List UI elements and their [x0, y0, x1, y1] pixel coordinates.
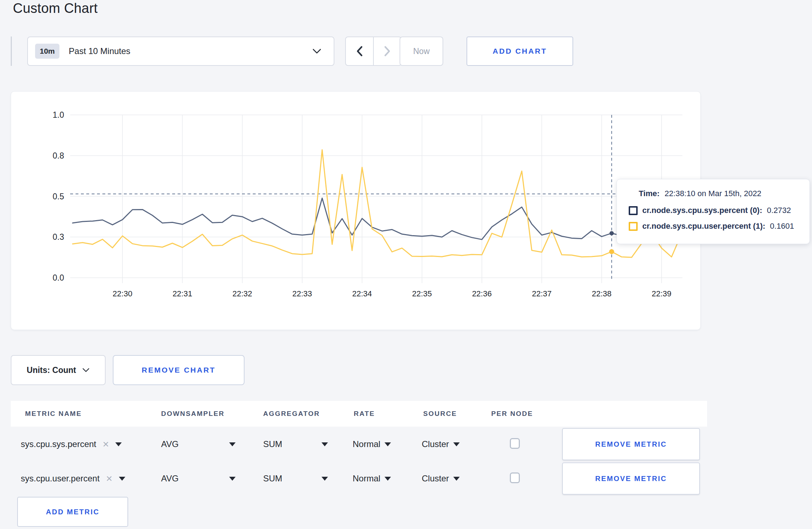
page-title: Custom Chart — [13, 1, 98, 16]
tooltip-series-row: cr.node.sys.cpu.user.percent (1): 0.1601 — [629, 222, 802, 231]
units-dropdown[interactable]: Units: Count — [11, 355, 106, 385]
x-tick-label: 22:36 — [472, 289, 492, 298]
time-window-badge: 10m — [35, 44, 59, 59]
source-value: Cluster — [422, 439, 449, 449]
tooltip-series-value: 0.1601 — [770, 222, 794, 231]
column-header-source: SOURCE — [423, 401, 457, 427]
metric-row: sys.cpu.user.percent AVG SUM Normal Clus… — [0, 462, 812, 495]
chart-tooltip: Time:22:38:10 on Mar 15th, 2022 cr.node.… — [617, 179, 810, 244]
series-line-sys — [73, 198, 682, 240]
source-select[interactable]: Cluster — [422, 428, 460, 460]
chart-card: 0.00.30.50.81.022:3022:3122:3222:3322:34… — [11, 91, 701, 330]
metric-name-select[interactable]: sys.cpu.user.percent — [21, 462, 125, 495]
y-tick-label: 0.0 — [53, 273, 64, 282]
tooltip-series-row: cr.node.sys.cpu.sys.percent (0): 0.2732 — [629, 206, 802, 215]
time-range-nav — [345, 37, 402, 66]
column-header-aggregator: AGGREGATOR — [263, 401, 320, 427]
y-tick-label: 1.0 — [53, 110, 64, 120]
downsampler-select[interactable]: AVG — [161, 462, 236, 495]
series-line-user — [73, 150, 682, 257]
custom-chart-page: Custom Chart 10m Past 10 Minutes Now ADD… — [0, 0, 812, 529]
aggregator-select[interactable]: SUM — [263, 462, 328, 495]
source-select[interactable]: Cluster — [422, 462, 460, 495]
column-header-per-node: PER NODE — [491, 401, 533, 427]
x-tick-label: 22:37 — [532, 289, 552, 298]
tooltip-series-value: 0.2732 — [767, 206, 791, 215]
per-node-checkbox[interactable] — [510, 438, 520, 449]
remove-chart-button[interactable]: REMOVE CHART — [113, 355, 245, 385]
toolbar-left-rule — [11, 37, 12, 66]
tooltip-series-name: cr.node.sys.cpu.sys.percent (0): — [642, 206, 762, 215]
y-tick-label: 0.3 — [53, 232, 64, 242]
caret-down-icon — [119, 477, 125, 481]
column-header-metric-name: METRIC NAME — [25, 401, 82, 427]
add-metric-button[interactable]: ADD METRIC — [17, 497, 128, 527]
column-header-rate: RATE — [354, 401, 375, 427]
tooltip-time-row: Time:22:38:10 on Mar 15th, 2022 — [639, 189, 802, 198]
metric-name-value: sys.cpu.sys.percent — [21, 439, 96, 449]
downsampler-value: AVG — [161, 439, 179, 449]
series-swatch-sys-icon — [629, 206, 638, 215]
x-tick-label: 22:39 — [652, 289, 671, 298]
rate-value: Normal — [353, 439, 380, 449]
caret-down-icon — [322, 477, 328, 481]
rate-select[interactable]: Normal — [353, 462, 391, 495]
y-tick-label: 0.5 — [53, 192, 64, 201]
x-tick-label: 22:30 — [113, 289, 132, 298]
cpu-chart[interactable]: 0.00.30.50.81.022:3022:3122:3222:3322:34… — [11, 92, 700, 330]
add-chart-button[interactable]: ADD CHART — [467, 37, 573, 66]
metrics-table-header: METRIC NAME DOWNSAMPLER AGGREGATOR RATE … — [11, 401, 707, 427]
x-tick-label: 22:32 — [232, 289, 252, 298]
rate-select[interactable]: Normal — [353, 428, 391, 460]
time-next-button[interactable] — [373, 37, 402, 66]
aggregator-value: SUM — [263, 474, 282, 484]
metric-name-value: sys.cpu.user.percent — [21, 474, 100, 484]
caret-down-icon — [229, 477, 236, 481]
tooltip-time-label: Time: — [639, 189, 659, 198]
x-tick-label: 22:38 — [592, 289, 612, 298]
clear-icon[interactable] — [106, 473, 112, 484]
chevron-down-icon — [82, 368, 90, 373]
time-window-label: Past 10 Minutes — [69, 46, 130, 56]
tooltip-time-value: 22:38:10 on Mar 15th, 2022 — [664, 189, 761, 198]
x-tick-label: 22:35 — [412, 289, 432, 298]
x-tick-label: 22:33 — [292, 289, 312, 298]
crosshair-dot — [609, 231, 614, 236]
caret-down-icon — [453, 477, 460, 481]
remove-metric-button[interactable]: REMOVE METRIC — [562, 428, 700, 460]
y-tick-label: 0.8 — [53, 151, 64, 160]
time-window-selector[interactable]: 10m Past 10 Minutes — [27, 37, 334, 66]
x-tick-label: 22:34 — [352, 289, 372, 298]
tooltip-series-name: cr.node.sys.cpu.user.percent (1): — [642, 222, 765, 231]
source-value: Cluster — [422, 474, 449, 484]
now-button[interactable]: Now — [400, 37, 443, 66]
units-label: Units: Count — [27, 365, 76, 375]
aggregator-select[interactable]: SUM — [263, 428, 328, 460]
caret-down-icon — [115, 442, 122, 446]
aggregator-value: SUM — [263, 439, 282, 449]
series-swatch-user-icon — [629, 222, 638, 231]
time-prev-button[interactable] — [345, 37, 373, 66]
chevron-right-icon — [384, 46, 391, 57]
metric-row: sys.cpu.sys.percent AVG SUM Normal Clust… — [0, 428, 812, 460]
rate-value: Normal — [353, 474, 380, 484]
column-header-downsampler: DOWNSAMPLER — [161, 401, 224, 427]
caret-down-icon — [322, 442, 328, 446]
crosshair-dot — [609, 249, 614, 254]
metric-name-select[interactable]: sys.cpu.sys.percent — [21, 428, 122, 460]
x-tick-label: 22:31 — [173, 289, 192, 298]
caret-down-icon — [453, 442, 460, 446]
downsampler-select[interactable]: AVG — [161, 428, 236, 460]
per-node-checkbox[interactable] — [510, 472, 520, 483]
caret-down-icon — [385, 442, 391, 446]
remove-metric-button[interactable]: REMOVE METRIC — [562, 462, 700, 495]
caret-down-icon — [385, 477, 391, 481]
chevron-down-icon — [312, 48, 322, 54]
downsampler-value: AVG — [161, 474, 179, 484]
clear-icon[interactable] — [103, 439, 109, 450]
caret-down-icon — [229, 442, 236, 446]
chevron-left-icon — [356, 46, 363, 57]
